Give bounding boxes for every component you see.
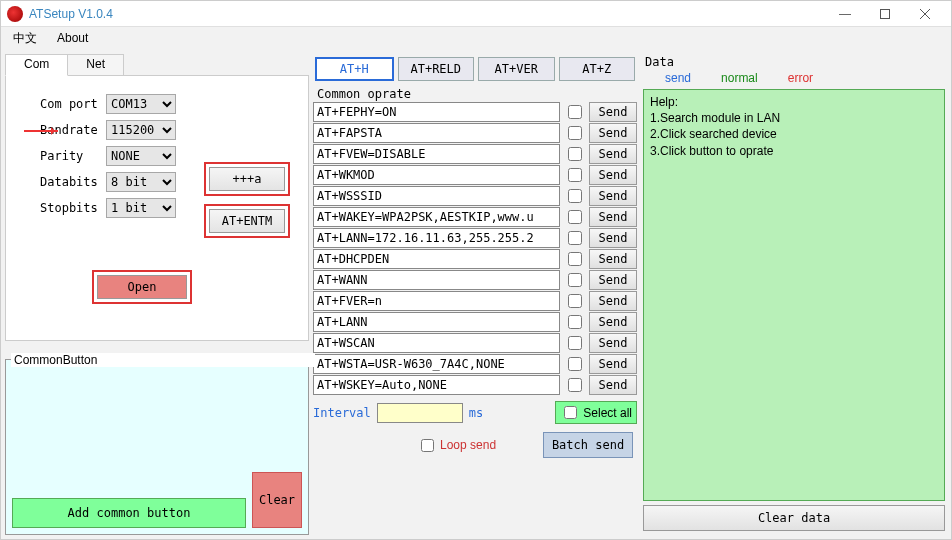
- send-button[interactable]: Send: [589, 333, 637, 353]
- command-input[interactable]: [313, 186, 560, 206]
- baud-select[interactable]: 115200: [106, 120, 176, 140]
- command-list: SendSendSendSendSendSendSendSendSendSend…: [313, 102, 637, 395]
- command-checkbox[interactable]: [568, 252, 582, 266]
- open-button-frame: Open: [92, 270, 192, 304]
- command-row: Send: [313, 165, 637, 185]
- at-ver-button[interactable]: AT+VER: [478, 57, 555, 81]
- send-button[interactable]: Send: [589, 207, 637, 227]
- command-row: Send: [313, 186, 637, 206]
- titlebar: ATSetup V1.0.4 —: [1, 1, 951, 27]
- command-checkbox[interactable]: [568, 105, 582, 119]
- maximize-button[interactable]: [865, 1, 905, 27]
- command-input[interactable]: [313, 354, 560, 374]
- send-button[interactable]: Send: [589, 291, 637, 311]
- command-row: Send: [313, 291, 637, 311]
- command-checkbox[interactable]: [568, 336, 582, 350]
- command-checkbox[interactable]: [568, 231, 582, 245]
- command-row: Send: [313, 270, 637, 290]
- minimize-button[interactable]: —: [825, 1, 865, 27]
- command-checkbox[interactable]: [568, 273, 582, 287]
- send-button[interactable]: Send: [589, 312, 637, 332]
- legend-send: send: [665, 71, 691, 85]
- command-input[interactable]: [313, 375, 560, 395]
- command-input[interactable]: [313, 165, 560, 185]
- command-row: Send: [313, 144, 637, 164]
- databits-select[interactable]: 8 bit: [106, 172, 176, 192]
- entm-button[interactable]: AT+ENTM: [209, 209, 285, 233]
- command-input[interactable]: [313, 270, 560, 290]
- app-window: ATSetup V1.0.4 — 中文 About Com Net Com po…: [0, 0, 952, 540]
- command-checkbox[interactable]: [568, 315, 582, 329]
- parity-label: Parity: [40, 149, 106, 163]
- databits-label: Databits: [40, 175, 106, 189]
- command-input[interactable]: [313, 291, 560, 311]
- select-all-box[interactable]: Select all: [555, 401, 637, 424]
- command-checkbox[interactable]: [568, 168, 582, 182]
- clear-button[interactable]: Clear: [252, 472, 302, 528]
- open-button[interactable]: Open: [97, 275, 187, 299]
- command-checkbox[interactable]: [568, 294, 582, 308]
- command-input[interactable]: [313, 312, 560, 332]
- help-panel: Help: 1.Search module in LAN 2.Click sea…: [643, 89, 945, 501]
- comport-select[interactable]: COM13: [106, 94, 176, 114]
- send-button[interactable]: Send: [589, 186, 637, 206]
- command-input[interactable]: [313, 102, 560, 122]
- at-h-button[interactable]: AT+H: [315, 57, 394, 81]
- tab-net[interactable]: Net: [67, 54, 124, 76]
- command-row: Send: [313, 333, 637, 353]
- command-checkbox[interactable]: [568, 126, 582, 140]
- svg-rect-0: [881, 9, 890, 18]
- send-button[interactable]: Send: [589, 354, 637, 374]
- pppa-button-frame: +++a: [204, 162, 290, 196]
- loop-send-box[interactable]: Loop send: [417, 436, 496, 455]
- pppa-button[interactable]: +++a: [209, 167, 285, 191]
- menu-about[interactable]: About: [57, 31, 88, 45]
- command-row: Send: [313, 207, 637, 227]
- legend-row: send normal error: [641, 69, 947, 87]
- loop-send-label: Loop send: [440, 438, 496, 452]
- send-button[interactable]: Send: [589, 144, 637, 164]
- command-row: Send: [313, 123, 637, 143]
- menu-cn[interactable]: 中文: [13, 30, 37, 47]
- send-button[interactable]: Send: [589, 249, 637, 269]
- command-row: Send: [313, 228, 637, 248]
- command-input[interactable]: [313, 228, 560, 248]
- command-input[interactable]: [313, 249, 560, 269]
- command-checkbox[interactable]: [568, 189, 582, 203]
- command-checkbox[interactable]: [568, 210, 582, 224]
- command-input[interactable]: [313, 144, 560, 164]
- batch-send-button[interactable]: Batch send: [543, 432, 633, 458]
- interval-input[interactable]: [377, 403, 463, 423]
- send-button[interactable]: Send: [589, 102, 637, 122]
- command-checkbox[interactable]: [568, 357, 582, 371]
- command-input[interactable]: [313, 207, 560, 227]
- help-line-2: 2.Click searched device: [650, 126, 938, 142]
- tab-com[interactable]: Com: [5, 54, 68, 76]
- send-button[interactable]: Send: [589, 228, 637, 248]
- close-button[interactable]: [905, 1, 945, 27]
- loop-send-checkbox[interactable]: [421, 439, 434, 452]
- ms-label: ms: [469, 406, 483, 420]
- add-common-button[interactable]: Add common button: [12, 498, 246, 528]
- stopbits-select[interactable]: 1 bit: [106, 198, 176, 218]
- send-button[interactable]: Send: [589, 375, 637, 395]
- command-input[interactable]: [313, 333, 560, 353]
- send-button[interactable]: Send: [589, 123, 637, 143]
- at-reld-button[interactable]: AT+RELD: [398, 57, 475, 81]
- send-button[interactable]: Send: [589, 165, 637, 185]
- send-button[interactable]: Send: [589, 270, 637, 290]
- command-input[interactable]: [313, 123, 560, 143]
- parity-select[interactable]: NONE: [106, 146, 176, 166]
- data-label: Data: [645, 55, 947, 69]
- command-row: Send: [313, 375, 637, 395]
- help-line-3: 3.Click button to oprate: [650, 143, 938, 159]
- stopbits-label: Stopbits: [40, 201, 106, 215]
- legend-error: error: [788, 71, 813, 85]
- window-title: ATSetup V1.0.4: [29, 7, 113, 21]
- command-checkbox[interactable]: [568, 147, 582, 161]
- select-all-checkbox[interactable]: [564, 406, 577, 419]
- at-z-button[interactable]: AT+Z: [559, 57, 636, 81]
- command-checkbox[interactable]: [568, 378, 582, 392]
- baud-arrow-icon: [24, 130, 58, 132]
- clear-data-button[interactable]: Clear data: [643, 505, 945, 531]
